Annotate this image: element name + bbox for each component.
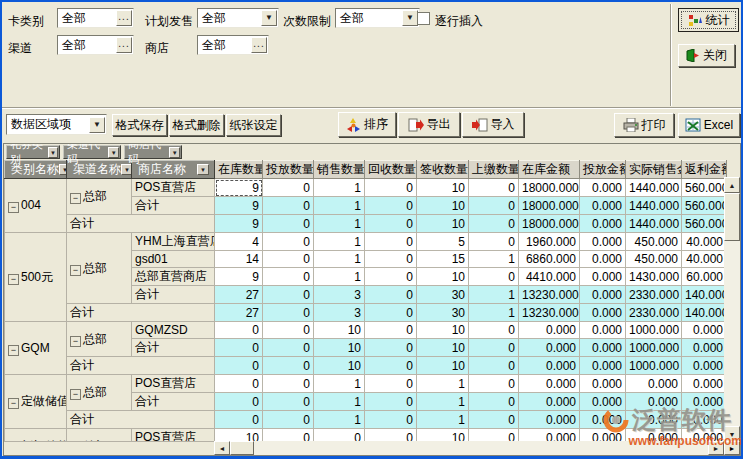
shop-cell[interactable]: POS直营店 (132, 375, 215, 393)
value-cell[interactable]: 0 (365, 268, 417, 286)
value-cell[interactable]: 10 (417, 339, 469, 357)
value-cell[interactable]: 140.000 (682, 286, 727, 304)
value-cell[interactable]: 0 (263, 322, 314, 339)
value-cell[interactable]: 30 (417, 304, 469, 322)
chevron-down-icon[interactable]: ▼ (121, 164, 132, 175)
shop-cell[interactable]: 总部直营商店 (132, 268, 215, 286)
value-cell[interactable]: 30 (417, 286, 469, 304)
chevron-down-icon[interactable]: ▼ (108, 147, 119, 158)
column-header[interactable]: 上缴数量 (469, 161, 519, 179)
shop-field[interactable]: 全部 ... (197, 35, 269, 55)
value-cell[interactable]: 9 (215, 197, 263, 215)
value-cell[interactable]: 0 (263, 268, 314, 286)
value-cell[interactable]: 27 (215, 304, 263, 322)
close-button[interactable]: 关闭 (678, 44, 735, 67)
value-cell[interactable]: 13230.000 (519, 304, 580, 322)
value-cell[interactable]: 9 (215, 179, 263, 197)
value-cell[interactable]: 0.000 (682, 339, 727, 357)
value-cell[interactable]: 0 (469, 197, 519, 215)
chevron-down-icon[interactable]: ▼ (89, 117, 105, 133)
scroll-up-icon[interactable]: ▲ (724, 177, 740, 193)
value-cell[interactable]: 0 (365, 411, 417, 429)
format-save-button[interactable]: 格式保存 (112, 114, 167, 136)
column-header[interactable]: 返利金额 (682, 161, 727, 179)
value-cell[interactable]: 1000.000 (626, 339, 682, 357)
value-cell[interactable]: 1 (314, 251, 365, 268)
collapse-icon[interactable]: − (70, 336, 81, 347)
collapse-icon[interactable]: − (70, 265, 81, 276)
value-cell[interactable]: 60.000 (682, 268, 727, 286)
value-cell[interactable]: 5 (417, 233, 469, 251)
value-cell[interactable]: 1000.000 (626, 322, 682, 339)
value-cell[interactable]: 0 (263, 411, 314, 429)
value-cell[interactable]: 4410.000 (519, 268, 580, 286)
column-header[interactable]: 商店名称▼ (132, 161, 215, 179)
value-cell[interactable]: 0 (469, 322, 519, 339)
subtotal-cell[interactable]: 合计 (67, 357, 215, 375)
value-cell[interactable]: 10 (417, 357, 469, 375)
scroll-down-icon[interactable]: ▼ (724, 426, 740, 442)
value-cell[interactable]: 0.000 (682, 411, 727, 429)
value-cell[interactable]: 3 (314, 304, 365, 322)
collapse-icon[interactable]: − (70, 389, 81, 400)
column-header[interactable]: 在库金额 (519, 161, 580, 179)
chevron-down-icon[interactable]: ▼ (402, 10, 418, 26)
value-cell[interactable]: 1960.000 (519, 233, 580, 251)
value-cell[interactable]: 1440.000 (626, 197, 682, 215)
times-limit-dropdown[interactable]: 全部 ▼ (335, 8, 420, 28)
value-cell[interactable]: 0.000 (580, 179, 626, 197)
value-cell[interactable]: 1 (469, 304, 519, 322)
value-cell[interactable]: 6860.000 (519, 251, 580, 268)
category-cell[interactable]: −定做储值 (5, 375, 67, 429)
value-cell[interactable]: 0 (263, 197, 314, 215)
column-header[interactable]: 渠道名称▼ (67, 161, 132, 179)
value-cell[interactable]: 560.000 (682, 197, 727, 215)
vertical-scrollbar[interactable]: ▲ ▼ (724, 177, 740, 442)
shop-cell[interactable]: YHM上海直营店 (132, 233, 215, 251)
value-cell[interactable]: 0 (263, 233, 314, 251)
value-cell[interactable]: 0 (263, 393, 314, 411)
value-cell[interactable]: 0 (263, 304, 314, 322)
collapse-icon[interactable]: − (8, 345, 19, 356)
value-cell[interactable]: 0 (365, 304, 417, 322)
value-cell[interactable]: 0 (469, 357, 519, 375)
value-cell[interactable]: 0.000 (519, 339, 580, 357)
value-cell[interactable]: 140.000 (682, 304, 727, 322)
value-cell[interactable]: 0 (263, 215, 314, 233)
value-cell[interactable]: 0 (365, 322, 417, 339)
value-cell[interactable]: 18000.000 (519, 197, 580, 215)
value-cell[interactable]: 18000.000 (519, 179, 580, 197)
value-cell[interactable]: 10 (417, 215, 469, 233)
category-cell[interactable]: −GQM (5, 322, 67, 375)
value-cell[interactable]: 1440.000 (626, 215, 682, 233)
value-cell[interactable]: 1 (314, 197, 365, 215)
print-button[interactable]: 打印 (614, 113, 674, 137)
value-cell[interactable]: 40.000 (682, 233, 727, 251)
value-cell[interactable]: 0.000 (519, 375, 580, 393)
value-cell[interactable]: 0 (215, 357, 263, 375)
subtotal-cell[interactable]: 合计 (132, 286, 215, 304)
card-type-ellipsis-button[interactable]: ... (116, 10, 132, 26)
value-cell[interactable]: 0.000 (580, 393, 626, 411)
collapse-icon[interactable]: − (8, 274, 19, 285)
value-cell[interactable]: 0.000 (682, 322, 727, 339)
value-cell[interactable]: 1 (469, 251, 519, 268)
value-cell[interactable]: 4 (215, 233, 263, 251)
value-cell[interactable]: 2330.000 (626, 286, 682, 304)
value-cell[interactable]: 0 (469, 233, 519, 251)
subtotal-cell[interactable]: 合计 (67, 411, 215, 429)
channel-field[interactable]: 全部 ... (57, 35, 134, 55)
card-type-field[interactable]: 全部 ... (57, 8, 134, 28)
value-cell[interactable]: 0 (469, 179, 519, 197)
paper-setup-button[interactable]: 纸张设定 (226, 114, 281, 136)
column-header[interactable]: 签收数量 (417, 161, 469, 179)
value-cell[interactable]: 560.000 (682, 215, 727, 233)
subtotal-cell[interactable]: 合计 (67, 215, 215, 233)
value-cell[interactable]: 40.000 (682, 251, 727, 268)
subtotal-cell[interactable]: 合计 (132, 393, 215, 411)
value-cell[interactable]: 1 (314, 268, 365, 286)
vertical-scroll-thumb[interactable] (724, 193, 740, 241)
value-cell[interactable]: 0.000 (580, 411, 626, 429)
value-cell[interactable]: 1 (314, 375, 365, 393)
value-cell[interactable]: 1 (314, 215, 365, 233)
